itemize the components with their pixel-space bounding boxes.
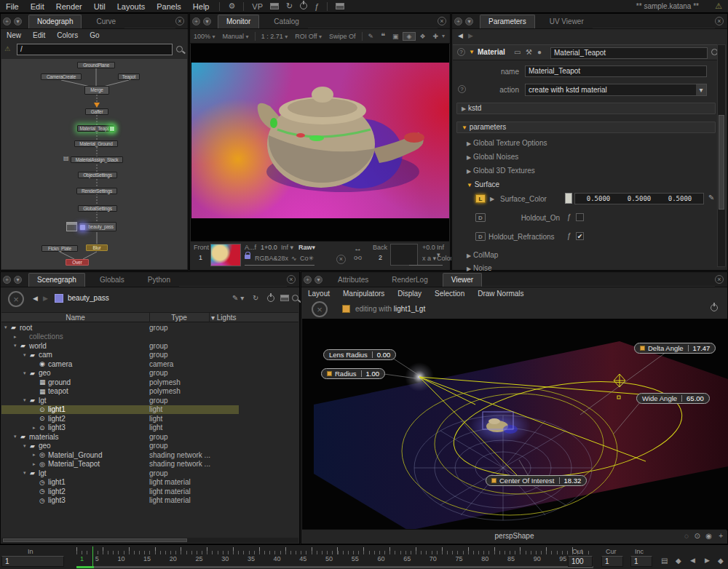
menu-display[interactable]: Display: [391, 290, 428, 298]
tab-parameters[interactable]: Parameters: [480, 15, 535, 28]
graph-node[interactable]: Merge: [84, 86, 109, 95]
front-thumbnail[interactable]: [210, 244, 241, 266]
help-icon[interactable]: ?: [457, 48, 465, 56]
menu-file[interactable]: File: [0, 2, 25, 11]
expander-icon[interactable]: ▸: [33, 461, 39, 467]
table-row[interactable]: light1 light material: [1, 478, 298, 488]
expander-icon[interactable]: ▾: [23, 470, 30, 476]
cur-field[interactable]: 1: [601, 556, 623, 567]
set-key-icon[interactable]: ◆: [676, 557, 681, 565]
menu-manipulators[interactable]: Manipulators: [336, 290, 391, 298]
menu-go[interactable]: Go: [84, 31, 105, 39]
visibility-icon[interactable]: ◌: [684, 532, 689, 540]
plus-icon[interactable]: +: [719, 532, 723, 540]
ratio-select[interactable]: 1 : 2.71 ▾: [258, 33, 292, 40]
graph-node[interactable]: GlobalSettings: [78, 205, 117, 212]
warning-icon[interactable]: ⚠: [715, 1, 722, 11]
section-global-3d-textures[interactable]: ▶ Global 3D Textures: [467, 167, 535, 175]
node-search-input[interactable]: /: [17, 44, 173, 55]
back-exposure[interactable]: +0.0: [422, 244, 435, 251]
section-colmap[interactable]: ▶ ColMap: [467, 251, 498, 259]
clapper-icon[interactable]: [280, 295, 289, 303]
lookthrough-icon[interactable]: ◉: [705, 532, 712, 540]
pane-menu-icon[interactable]: ▾: [203, 17, 211, 25]
front-reset-icon[interactable]: ×: [336, 255, 346, 264]
graph-node[interactable]: beauty_pass: [79, 222, 116, 231]
comment-icon[interactable]: ❝: [377, 31, 389, 41]
graph-node[interactable]: Material_Teapot: [77, 125, 114, 132]
expander-icon[interactable]: ▾: [14, 434, 20, 439]
table-row[interactable]: light1 light: [1, 405, 239, 415]
flipbook-icon[interactable]: ▤: [661, 557, 668, 565]
history-back-icon[interactable]: ◀: [458, 32, 463, 39]
section-global-texture-options[interactable]: ▶ Global Texture Options: [467, 139, 547, 147]
pen-icon[interactable]: ✎ ▾: [232, 294, 244, 302]
action-select[interactable]: create with kstd material: [525, 84, 707, 96]
wrench-icon[interactable]: ⚒: [526, 48, 532, 56]
menu-help[interactable]: Help: [187, 2, 215, 11]
column-type[interactable]: Type: [149, 314, 209, 322]
table-row[interactable]: ▸ collections: [1, 333, 298, 342]
menu-edit[interactable]: Edit: [25, 2, 50, 11]
table-row[interactable]: ground polymesh: [1, 378, 298, 387]
pane-add-icon[interactable]: +: [3, 17, 11, 25]
table-row[interactable]: ▸ light3 light: [1, 423, 298, 433]
graph-node[interactable]: Material_Ground: [74, 140, 118, 147]
close-icon[interactable]: ×: [438, 17, 446, 25]
tab-renderlog[interactable]: RenderLog: [383, 273, 436, 287]
holdout-refractions-checkbox[interactable]: ✔: [576, 232, 584, 240]
local-state-badge[interactable]: L: [475, 194, 486, 203]
clapper-icon[interactable]: [266, 2, 282, 11]
table-row[interactable]: light3 light material: [1, 496, 298, 506]
update-mode-select[interactable]: Manual ▾: [219, 33, 253, 40]
menu-colors[interactable]: Colors: [51, 31, 84, 39]
expander-icon[interactable]: ▸: [14, 334, 20, 340]
expander-icon[interactable]: ▸: [33, 425, 39, 431]
node-badge-icon[interactable]: ▭: [514, 48, 521, 56]
history-forward-icon[interactable]: ▶: [468, 32, 473, 39]
expander-icon[interactable]: ▼: [469, 49, 475, 55]
link-icon[interactable]: o-o: [354, 254, 361, 261]
pane-add-icon[interactable]: +: [192, 17, 200, 25]
swipe-select[interactable]: Swipe Of: [325, 33, 360, 40]
node-name-input[interactable]: Material_Teapot: [550, 47, 708, 59]
pane-add-icon[interactable]: +: [454, 17, 462, 25]
back-thumbnail[interactable]: [390, 244, 418, 266]
table-row[interactable]: ▾ materials group: [1, 432, 298, 442]
light-icon[interactable]: ⊙: [695, 532, 700, 540]
expression-icon[interactable]: ƒ: [567, 213, 571, 221]
table-row[interactable]: ▾ geo group: [1, 369, 298, 378]
pane-add-icon[interactable]: +: [304, 276, 312, 284]
tab-scenegraph[interactable]: Scenegraph: [28, 273, 85, 287]
graph-node[interactable]: Over: [66, 259, 89, 266]
scrollbar-thumb[interactable]: [3, 538, 187, 542]
column-lights[interactable]: ▾ Lights: [211, 314, 237, 322]
table-row[interactable]: camera camera: [1, 359, 298, 369]
monitor-canvas[interactable]: [191, 44, 449, 242]
menu-new[interactable]: New: [1, 31, 27, 39]
hud-wide-angle[interactable]: Wide Angle65.00: [636, 393, 710, 404]
pane-menu-icon[interactable]: ▾: [14, 17, 22, 25]
menu-panels[interactable]: Panels: [151, 2, 187, 11]
front-colorspace[interactable]: Co✳: [300, 255, 314, 262]
hud-center-of-interest[interactable]: Center Of Interest18.32: [486, 475, 587, 486]
menu-selection[interactable]: Selection: [428, 290, 471, 298]
front-channels[interactable]: RGBA&28x: [255, 255, 288, 262]
menu-util[interactable]: Util: [88, 2, 111, 11]
expander-icon[interactable]: ▾: [23, 397, 30, 403]
range-slider[interactable]: [76, 566, 593, 568]
table-row[interactable]: ▸ Material_Ground shading network ...: [1, 450, 298, 460]
clear-icon[interactable]: ×: [8, 291, 24, 307]
pane-add-icon[interactable]: +: [3, 276, 11, 284]
color-swatch[interactable]: [565, 193, 572, 204]
table-row[interactable]: ▾ geo group: [1, 442, 298, 451]
power-icon[interactable]: [296, 2, 311, 11]
name-input[interactable]: Material_Teapot: [525, 65, 707, 77]
section-surface[interactable]: ▼ Surface: [467, 180, 499, 188]
close-icon[interactable]: ×: [287, 275, 296, 284]
menu-layout[interactable]: Layout: [301, 290, 336, 298]
next-frame-icon[interactable]: ▶: [705, 557, 710, 564]
default-state-badge[interactable]: D: [475, 213, 486, 222]
menu-edit[interactable]: Edit: [27, 31, 51, 39]
layers-icon[interactable]: ▣: [389, 33, 403, 40]
